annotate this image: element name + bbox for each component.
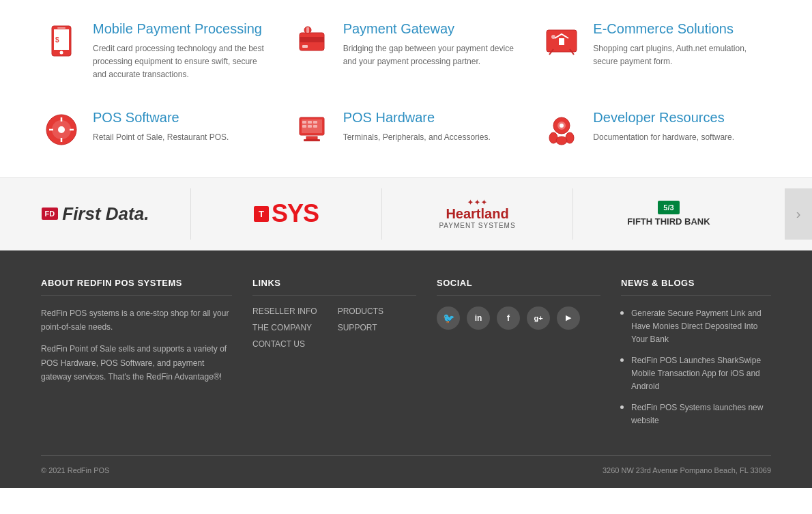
svg-rect-25 bbox=[313, 125, 317, 128]
carousel-next-button[interactable]: › bbox=[785, 188, 812, 240]
svg-text:$: $ bbox=[55, 36, 59, 44]
ecommerce-icon bbox=[541, 20, 582, 61]
footer-bottom: © 2021 RedFin POS 3260 NW 23rd Avenue Po… bbox=[41, 455, 771, 474]
svg-rect-19 bbox=[304, 139, 320, 141]
footer-about-p2: RedFin Point of Sale sells and supports … bbox=[41, 342, 232, 384]
svg-point-31 bbox=[556, 137, 567, 145]
service-content-pos-hardware: POS Hardware Terminals, Peripherals, and… bbox=[343, 109, 491, 144]
service-title-developer[interactable]: Developer Resources bbox=[593, 109, 734, 126]
news-item-3: RedFin POS Systems launches new website bbox=[631, 401, 771, 427]
svg-point-28 bbox=[560, 124, 564, 128]
facebook-icon[interactable]: f bbox=[497, 306, 520, 330]
service-desc-pos-software: Retail Point of Sale, Restaurant POS. bbox=[93, 131, 229, 144]
footer-copyright: © 2021 RedFin POS bbox=[41, 466, 109, 474]
service-title-payment-gateway[interactable]: Payment Gateway bbox=[343, 20, 521, 37]
footer-links-heading: LINKS bbox=[252, 278, 416, 296]
footer-news-col: NEWS & BLOGS Generate Secure Payment Lin… bbox=[621, 278, 771, 435]
service-desc-developer: Documentation for hardware, software. bbox=[593, 131, 734, 144]
news-link-1[interactable]: Generate Secure Payment Link and Have Mo… bbox=[631, 309, 762, 344]
services-section: $ Mobile Payment Processing Credit card … bbox=[0, 0, 812, 177]
service-item-developer: Developer Resources Documentation for ha… bbox=[541, 109, 771, 150]
svg-point-12 bbox=[551, 35, 555, 39]
svg-rect-6 bbox=[300, 37, 324, 42]
partner-logo-fifththird[interactable]: 5/3 FIFTH THIRD BANK bbox=[573, 188, 764, 240]
footer-about-col: ABOUT REDFIN POS SYSTEMS RedFin POS syst… bbox=[41, 278, 232, 435]
svg-rect-21 bbox=[302, 125, 306, 128]
footer-link-products[interactable]: PRODUCTS bbox=[338, 306, 383, 316]
partners-track: FD First Data. T SYS ✦✦✦ Heartland PAYME… bbox=[0, 188, 785, 240]
developer-icon bbox=[541, 109, 582, 150]
svg-rect-18 bbox=[306, 137, 317, 139]
footer-social-col: SOCIAL 🐦 in f g+ ▶ bbox=[437, 278, 600, 435]
svg-rect-11 bbox=[559, 38, 564, 45]
footer-links-inner: RESELLER INFO THE COMPANY CONTACT US PRO… bbox=[252, 306, 416, 349]
partner-logo-tsys[interactable]: T SYS bbox=[191, 188, 382, 240]
service-content-ecommerce: E-Commerce Solutions Shopping cart plugi… bbox=[593, 20, 771, 68]
pos-hardware-icon bbox=[291, 109, 332, 150]
service-content-pos-software: POS Software Retail Point of Sale, Resta… bbox=[93, 109, 229, 144]
youtube-icon[interactable]: ▶ bbox=[557, 306, 580, 330]
service-desc-payment-gateway: Bridging the gap between your payment de… bbox=[343, 42, 521, 68]
service-item-mobile-payment: $ Mobile Payment Processing Credit card … bbox=[41, 20, 271, 82]
service-desc-mobile-payment: Credit card processing technology and th… bbox=[93, 42, 271, 82]
footer-links-col2: PRODUCTS SUPPORT bbox=[338, 306, 383, 349]
service-content-payment-gateway: Payment Gateway Bridging the gap between… bbox=[343, 20, 521, 68]
service-title-mobile-payment[interactable]: Mobile Payment Processing bbox=[93, 20, 271, 37]
footer-news-heading: NEWS & BLOGS bbox=[621, 278, 771, 296]
footer-address: 3260 NW 23rd Avenue Pompano Beach, FL 33… bbox=[603, 466, 771, 474]
svg-rect-9 bbox=[306, 27, 309, 33]
service-desc-ecommerce: Shopping cart plugins, Auth.net emulatio… bbox=[593, 42, 771, 68]
news-list: Generate Secure Payment Link and Have Mo… bbox=[621, 306, 771, 427]
partner-logo-firstdata[interactable]: FD First Data. bbox=[0, 188, 191, 240]
svg-rect-20 bbox=[302, 121, 306, 124]
footer-link-support[interactable]: SUPPORT bbox=[338, 323, 383, 332]
service-item-ecommerce: E-Commerce Solutions Shopping cart plugi… bbox=[541, 20, 771, 82]
news-item-2: RedFin POS Launches SharkSwipe Mobile Tr… bbox=[631, 354, 771, 392]
service-item-payment-gateway: Payment Gateway Bridging the gap between… bbox=[291, 20, 521, 82]
services-grid: $ Mobile Payment Processing Credit card … bbox=[41, 20, 771, 150]
footer-social-heading: SOCIAL bbox=[437, 278, 600, 296]
googleplus-icon[interactable]: g+ bbox=[527, 306, 550, 330]
mobile-payment-icon: $ bbox=[41, 20, 82, 61]
partner-logo-heartland[interactable]: ✦✦✦ Heartland PAYMENT SYSTEMS bbox=[382, 188, 573, 240]
footer-links-col: LINKS RESELLER INFO THE COMPANY CONTACT … bbox=[252, 278, 416, 435]
svg-rect-24 bbox=[313, 121, 317, 124]
service-title-pos-software[interactable]: POS Software bbox=[93, 109, 229, 126]
twitter-icon[interactable]: 🐦 bbox=[437, 306, 460, 330]
service-content-developer: Developer Resources Documentation for ha… bbox=[593, 109, 734, 144]
service-title-pos-hardware[interactable]: POS Hardware bbox=[343, 109, 491, 126]
footer-grid: ABOUT REDFIN POS SYSTEMS RedFin POS syst… bbox=[41, 278, 771, 435]
linkedin-icon[interactable]: in bbox=[467, 306, 490, 330]
partners-section: FD First Data. T SYS ✦✦✦ Heartland PAYME… bbox=[0, 177, 812, 251]
service-title-ecommerce[interactable]: E-Commerce Solutions bbox=[593, 20, 771, 37]
payment-gateway-icon bbox=[291, 20, 332, 61]
footer-link-contact[interactable]: CONTACT US bbox=[252, 339, 317, 349]
service-desc-pos-hardware: Terminals, Peripherals, and Accessories. bbox=[343, 131, 491, 144]
footer-about-p1: RedFin POS systems is a one-stop shop fo… bbox=[41, 306, 232, 334]
pos-software-icon bbox=[41, 109, 82, 150]
news-link-3[interactable]: RedFin POS Systems launches new website bbox=[631, 403, 763, 425]
footer-link-company[interactable]: THE COMPANY bbox=[252, 323, 317, 332]
social-icons: 🐦 in f g+ ▶ bbox=[437, 306, 600, 330]
service-item-pos-hardware: POS Hardware Terminals, Peripherals, and… bbox=[291, 109, 521, 150]
service-item-pos-software: POS Software Retail Point of Sale, Resta… bbox=[41, 109, 271, 150]
svg-rect-7 bbox=[302, 45, 308, 48]
news-link-2[interactable]: RedFin POS Launches SharkSwipe Mobile Tr… bbox=[631, 356, 761, 391]
svg-rect-22 bbox=[308, 121, 312, 124]
footer-link-reseller[interactable]: RESELLER INFO bbox=[252, 306, 317, 316]
svg-point-2 bbox=[60, 51, 63, 55]
svg-point-15 bbox=[58, 126, 65, 133]
service-content-mobile-payment: Mobile Payment Processing Credit card pr… bbox=[93, 20, 271, 82]
svg-rect-23 bbox=[308, 125, 312, 128]
news-item-1: Generate Secure Payment Link and Have Mo… bbox=[631, 306, 771, 345]
footer-about-heading: ABOUT REDFIN POS SYSTEMS bbox=[41, 278, 232, 296]
footer-links-col1: RESELLER INFO THE COMPANY CONTACT US bbox=[252, 306, 317, 349]
footer: ABOUT REDFIN POS SYSTEMS RedFin POS syst… bbox=[0, 251, 812, 488]
svg-rect-3 bbox=[57, 27, 66, 29]
